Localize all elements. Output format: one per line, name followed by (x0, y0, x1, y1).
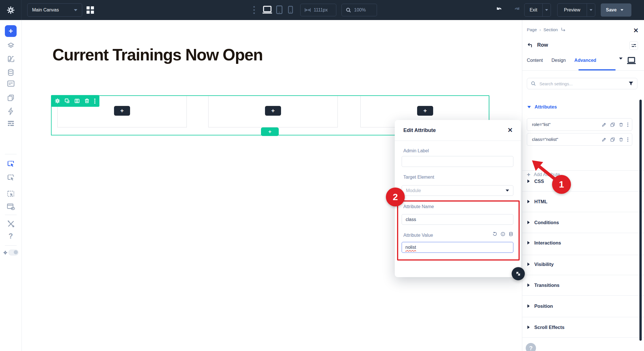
section-label: Position (534, 303, 553, 309)
modal-title: Edit Attribute (403, 127, 436, 133)
divider (522, 295, 644, 296)
desktop-view-button[interactable] (262, 5, 272, 14)
desktop-icon (262, 5, 272, 14)
swatchbook-icon (7, 55, 15, 63)
layers-button[interactable] (0, 42, 21, 50)
edit-pencil-icon (602, 137, 606, 142)
row-settings-icon[interactable] (55, 98, 60, 104)
builder-settings-button[interactable] (0, 0, 22, 20)
section-css[interactable]: CSS (527, 177, 636, 186)
pages-button[interactable] (0, 94, 21, 102)
divider (522, 275, 644, 275)
section-conditions[interactable]: Conditions (527, 218, 636, 227)
builder-mode-toggle[interactable] (0, 250, 21, 255)
add-content-button[interactable]: + (5, 25, 17, 37)
breadcrumb-page[interactable]: Page (527, 27, 537, 32)
back-button[interactable] (527, 42, 533, 48)
panel-help-button[interactable]: ? (526, 343, 536, 351)
row-columns-icon[interactable] (74, 98, 80, 104)
database-button[interactable] (0, 68, 21, 76)
breadcrumb-section[interactable]: Section (543, 27, 558, 32)
tabs-overflow-button[interactable] (619, 60, 623, 65)
save-button[interactable]: Save (601, 3, 631, 17)
settings-bars-icon (7, 120, 15, 127)
close-panel-button[interactable]: ✕ (633, 27, 639, 34)
section-visibility[interactable]: Visibility (527, 260, 636, 269)
row-delete-icon[interactable] (84, 98, 90, 104)
element-header: Row (527, 42, 548, 48)
section-transitions[interactable]: Transitions (527, 281, 636, 289)
hover-select-icon (7, 173, 15, 182)
tablet-view-button[interactable] (276, 5, 283, 14)
add-module-button-1[interactable]: + (114, 106, 130, 116)
section-position[interactable]: Position (527, 302, 636, 310)
browser-preview-button[interactable] (0, 203, 21, 211)
row-menu-icon[interactable] (94, 98, 96, 104)
attribute-value-input[interactable]: nolist (402, 242, 513, 253)
divider (522, 255, 644, 255)
canvas-zoom-field[interactable]: 100% (341, 4, 377, 16)
click-select-mode-button[interactable] (0, 159, 21, 168)
preview-dropdown-button[interactable] (587, 9, 595, 11)
design-presets-button[interactable] (0, 55, 21, 63)
admin-label-input[interactable] (402, 156, 513, 167)
help-button[interactable]: ? (0, 232, 21, 240)
tab-advanced[interactable]: Advanced (574, 58, 596, 63)
search-input[interactable] (539, 81, 626, 86)
attribute-item-role[interactable]: role="list" (527, 118, 632, 131)
hover-select-mode-button[interactable] (0, 173, 21, 182)
canvas-selector-dropdown[interactable]: Main Canvas (27, 3, 82, 17)
attribute-name-input[interactable] (402, 214, 513, 225)
preview-button[interactable]: Preview (557, 7, 587, 13)
undo-button[interactable] (496, 7, 504, 13)
top-toolbar: Main Canvas 1111px 100% (0, 0, 644, 20)
width-arrows-icon (305, 8, 311, 12)
chevron-right-icon (527, 263, 530, 266)
redo-button[interactable] (512, 7, 520, 13)
panel-scrollbar[interactable] (639, 100, 642, 341)
row-duplicate-icon[interactable] (64, 98, 70, 104)
settings-tabs: Content Design Advanced (527, 58, 596, 63)
tools-button[interactable] (0, 220, 21, 228)
condense-icon (632, 44, 636, 47)
layout-grid-button[interactable] (87, 6, 94, 14)
divider (5, 215, 17, 215)
attributes-section-header[interactable]: Attributes (527, 104, 557, 110)
add-row-button[interactable]: + (261, 127, 279, 136)
attributes-section-title: Attributes (535, 104, 557, 110)
add-module-button-2[interactable]: + (265, 106, 281, 116)
modal-resize-handle[interactable] (512, 267, 525, 280)
window-select-button[interactable] (0, 190, 21, 198)
tab-design[interactable]: Design (551, 58, 566, 63)
section-html[interactable]: HTML (527, 197, 636, 206)
section-interactions[interactable]: Interactions (527, 238, 636, 247)
page-heading: Current Trainings Now Open (52, 45, 263, 64)
phone-view-button[interactable] (288, 6, 293, 14)
module-library-button[interactable] (0, 80, 21, 87)
panel-size-toggle-button[interactable] (629, 41, 638, 50)
divider (522, 70, 644, 71)
attribute-value-actions (492, 232, 513, 236)
attribute-item-actions (602, 122, 629, 127)
section-label: Transitions (534, 283, 559, 288)
target-element-select[interactable]: Module (402, 185, 513, 196)
tab-content[interactable]: Content (527, 58, 543, 63)
canvas-width-field[interactable]: 1111px (300, 4, 336, 16)
settings-list-button[interactable] (0, 120, 21, 127)
pages-copy-icon (7, 94, 15, 102)
attribute-value-text: nolist (405, 245, 416, 250)
responsive-device-button[interactable] (627, 56, 636, 65)
exit-button[interactable]: Exit (525, 7, 542, 13)
section-scroll-effects[interactable]: Scroll Effects (527, 323, 636, 332)
row-column-2[interactable]: + (208, 96, 338, 127)
exit-dropdown-button[interactable] (543, 9, 551, 11)
target-element-placeholder: Module (406, 188, 421, 193)
modal-close-button[interactable]: ✕ (508, 127, 513, 133)
attribute-item-class[interactable]: class="nolist" (527, 133, 632, 146)
attribute-item-text: role="list" (532, 122, 551, 127)
settings-search[interactable] (527, 78, 637, 89)
interactions-button[interactable] (0, 107, 21, 116)
view-options-menu[interactable] (253, 6, 255, 14)
grid-icon (87, 6, 94, 14)
add-module-button-3[interactable]: + (417, 106, 433, 116)
